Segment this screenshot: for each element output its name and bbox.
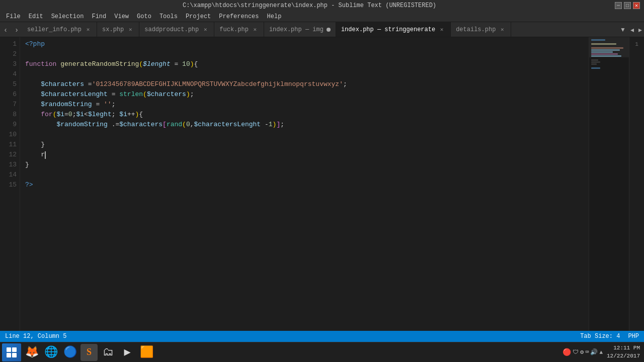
right-line-num: 1 xyxy=(629,37,644,331)
code-line-3: function generateRandomString ( $lenght … xyxy=(25,59,584,69)
code-line-1: <?php xyxy=(25,39,584,49)
tab-index-img[interactable]: index.php — img xyxy=(264,22,336,37)
code-line-15: ?> xyxy=(25,180,584,190)
minimize-button[interactable]: ─ xyxy=(615,2,622,9)
line-num-11: 11 xyxy=(0,140,17,150)
code-line-7: $randomString = '' ; xyxy=(25,100,584,110)
tray-speaker-icon[interactable]: 🔊 xyxy=(590,348,598,356)
tab-bar: ‹ › seller_info.php ✕ sx.php ✕ saddprodu… xyxy=(0,22,644,37)
taskbar-sublime-icon[interactable]: S xyxy=(80,344,98,361)
line-num-13: 13 xyxy=(0,160,17,170)
taskbar-left: 🦊 🌐 🔵 S 🗂 ▶ 🟧 xyxy=(2,343,155,361)
code-line-9: $randomString .= $characters [ rand ( 0 … xyxy=(25,120,584,130)
taskbar-explorer-icon[interactable]: 🗂 xyxy=(100,344,117,361)
menu-selection[interactable]: Selection xyxy=(47,12,88,21)
taskbar: 🦊 🌐 🔵 S 🗂 ▶ 🟧 🔴 🛡 ⚙ ⌨ 🔊 ▲ 1 xyxy=(0,342,644,362)
system-clock[interactable]: 12:11 PM 12/22/2017 xyxy=(607,344,640,360)
line-num-15: 15 xyxy=(0,180,17,190)
start-button[interactable] xyxy=(2,343,21,361)
line-num-6: 6 xyxy=(0,89,17,100)
tray-network-icon[interactable]: 🔴 xyxy=(562,348,571,356)
line-num-8: 8 xyxy=(0,110,17,120)
tray-security-icon[interactable]: 🛡 xyxy=(573,348,579,356)
line-num-1: 1 xyxy=(0,39,17,49)
menu-project[interactable]: Project xyxy=(182,12,215,21)
title-text: C:\xampp\htdocs\stringgenerate\index.php… xyxy=(4,2,615,9)
code-line-11: } xyxy=(25,140,584,150)
code-line-4 xyxy=(25,69,584,79)
menu-tools[interactable]: Tools xyxy=(155,12,182,21)
line-num-5: 5 xyxy=(0,79,17,89)
tab-label: sx.php xyxy=(102,26,124,33)
taskbar-vmware-icon[interactable]: 🟧 xyxy=(138,344,155,361)
line-num-12: 12 xyxy=(0,150,17,160)
menu-find[interactable]: Find xyxy=(88,12,110,21)
tab-close-seller-info[interactable]: ✕ xyxy=(85,26,92,33)
tab-label: saddproduct.php xyxy=(144,26,199,33)
menu-preferences[interactable]: Preferences xyxy=(215,12,263,21)
status-left: Line 12, Column 5 xyxy=(5,333,66,340)
tab-index-stringgenerate[interactable]: index.php — stringgenerate ✕ xyxy=(336,22,451,37)
tab-label: index.php — img xyxy=(269,26,324,33)
text-cursor xyxy=(45,151,46,159)
pane-split-left[interactable]: ◂ xyxy=(628,26,636,34)
tab-nav-right[interactable]: › xyxy=(11,22,22,37)
status-tab-size[interactable]: Tab Size: 4 xyxy=(580,333,620,340)
menu-file[interactable]: File xyxy=(2,12,25,21)
line-num-7: 7 xyxy=(0,100,17,110)
code-line-10 xyxy=(25,130,584,140)
window-controls[interactable]: ─ □ ✕ xyxy=(615,2,640,9)
taskbar-firefox-icon[interactable]: 🦊 xyxy=(23,344,40,361)
tray-icons: 🔴 🛡 ⚙ ⌨ 🔊 ▲ xyxy=(562,348,603,356)
tab-nav-left[interactable]: ‹ xyxy=(0,22,11,37)
line-num-9: 9 xyxy=(0,120,17,130)
menu-view[interactable]: View xyxy=(110,12,133,21)
line-num-2: 2 xyxy=(0,49,17,59)
code-line-5: $characters = '0123456789ABCDEFGHIJKLMNO… xyxy=(25,79,584,89)
windows-logo-icon xyxy=(7,347,17,357)
php-close-tag: ?> xyxy=(25,180,33,190)
tab-close-index-stringgenerate[interactable]: ✕ xyxy=(438,26,445,33)
clock-date: 12/22/2017 xyxy=(607,352,640,360)
tab-dirty-indicator xyxy=(327,28,331,32)
code-line-12: r xyxy=(25,150,584,160)
menu-edit[interactable]: Edit xyxy=(25,12,47,21)
tab-label: index.php — stringgenerate xyxy=(341,26,435,33)
taskbar-ie-icon[interactable]: 🌐 xyxy=(42,344,59,361)
line-num-4: 4 xyxy=(0,69,17,79)
taskbar-chrome-icon[interactable]: 🔵 xyxy=(61,344,78,361)
tab-close-sx[interactable]: ✕ xyxy=(127,26,134,33)
tab-label: seller_info.php xyxy=(27,26,82,33)
menu-bar: File Edit Selection Find View Goto Tools… xyxy=(0,11,644,22)
tab-seller-info[interactable]: seller_info.php ✕ xyxy=(22,22,97,37)
taskbar-media-icon[interactable]: ▶ xyxy=(119,344,136,361)
code-line-14 xyxy=(25,170,584,180)
tab-bar-right: ▼ ◂ ▸ xyxy=(618,22,644,37)
right-line-indicator: 1 xyxy=(635,41,638,47)
code-area[interactable]: <?php function generateRandomString ( $l… xyxy=(20,37,589,331)
tab-details[interactable]: details.php ✕ xyxy=(451,22,511,37)
line-num-3: 3 xyxy=(0,59,17,69)
status-language[interactable]: PHP xyxy=(628,333,639,340)
tab-dropdown-button[interactable]: ▼ xyxy=(618,26,628,33)
maximize-button[interactable]: □ xyxy=(624,2,631,9)
tab-close-fuck[interactable]: ✕ xyxy=(252,26,259,33)
code-line-6: $charactersLenght = strlen ( $charcters … xyxy=(25,89,584,100)
code-line-13: } xyxy=(25,160,584,170)
tab-fuck[interactable]: fuck.php ✕ xyxy=(214,22,264,37)
minimap-code xyxy=(589,37,629,71)
close-button[interactable]: ✕ xyxy=(633,2,640,9)
menu-goto[interactable]: Goto xyxy=(133,12,155,21)
tab-saddproduct[interactable]: saddproduct.php ✕ xyxy=(139,22,214,37)
tray-settings-icon[interactable]: ⚙ xyxy=(580,348,584,356)
status-position[interactable]: Line 12, Column 5 xyxy=(5,333,66,340)
pane-split-right[interactable]: ▸ xyxy=(636,26,644,34)
taskbar-right: 🔴 🛡 ⚙ ⌨ 🔊 ▲ 12:11 PM 12/22/2017 xyxy=(562,344,642,360)
tab-close-saddproduct[interactable]: ✕ xyxy=(202,26,209,33)
tab-close-details[interactable]: ✕ xyxy=(499,26,506,33)
code-line-8: for ( $i = 0 ; $i < $leght ; $i ++ ) { xyxy=(25,110,584,120)
tray-keyboard-icon[interactable]: ⌨ xyxy=(585,348,589,356)
tray-arrow-icon[interactable]: ▲ xyxy=(599,349,603,355)
menu-help[interactable]: Help xyxy=(263,12,286,21)
tab-sx[interactable]: sx.php ✕ xyxy=(97,22,139,37)
